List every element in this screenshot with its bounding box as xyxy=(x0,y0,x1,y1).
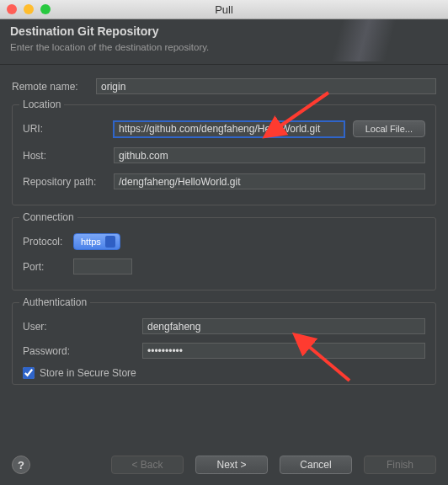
user-label: User: xyxy=(23,321,142,333)
store-row: Store in Secure Store xyxy=(23,367,425,379)
repopath-label: Repository path: xyxy=(23,176,114,188)
user-row: User: xyxy=(23,318,425,334)
remote-name-label: Remote name: xyxy=(12,81,96,93)
uri-input[interactable] xyxy=(114,121,344,137)
page-title: Destination Git Repository xyxy=(10,24,438,38)
close-icon[interactable] xyxy=(7,4,17,14)
protocol-label: Protocol: xyxy=(23,236,73,248)
chevron-updown-icon: ▴▾ xyxy=(107,238,114,245)
location-legend: Location xyxy=(19,99,64,110)
cancel-button[interactable]: Cancel xyxy=(280,456,352,474)
window-title: Pull xyxy=(0,3,448,16)
store-label: Store in Secure Store xyxy=(40,367,136,379)
wizard-button-bar: ? < Back Next > Cancel Finish xyxy=(0,445,448,485)
next-button[interactable]: Next > xyxy=(195,456,268,474)
remote-name-row: Remote name: xyxy=(12,78,436,94)
connection-legend: Connection xyxy=(19,211,77,223)
maximize-icon[interactable] xyxy=(40,4,51,14)
protocol-select[interactable]: https xyxy=(73,233,120,250)
auth-group: Authentication User: Password: Store in … xyxy=(12,302,436,385)
repopath-input[interactable] xyxy=(114,173,425,189)
help-icon[interactable]: ? xyxy=(12,456,30,474)
connection-group: Connection Protocol: https ▴▾ Port: xyxy=(12,217,436,290)
remote-name-input[interactable] xyxy=(96,78,436,94)
store-checkbox[interactable] xyxy=(23,367,35,379)
password-row: Password: xyxy=(23,343,425,359)
user-input[interactable] xyxy=(142,318,425,334)
password-label: Password: xyxy=(23,345,142,357)
page-subtitle: Enter the location of the destination re… xyxy=(10,42,438,52)
port-input[interactable] xyxy=(73,258,132,274)
window-controls xyxy=(7,4,51,14)
uri-row: URI: Local File... xyxy=(23,120,425,137)
host-input[interactable] xyxy=(114,147,425,163)
local-file-button[interactable]: Local File... xyxy=(353,120,425,137)
wizard-header: Destination Git Repository Enter the loc… xyxy=(0,19,448,65)
host-row: Host: xyxy=(23,147,425,163)
password-input[interactable] xyxy=(142,343,425,359)
titlebar: Pull xyxy=(0,0,448,19)
location-group: Location URI: Local File... Host: Reposi… xyxy=(12,104,436,205)
uri-label: URI: xyxy=(23,123,114,135)
back-button: < Back xyxy=(111,456,184,474)
port-row: Port: xyxy=(23,258,425,274)
auth-legend: Authentication xyxy=(19,296,90,308)
protocol-select-wrap: https ▴▾ xyxy=(73,233,120,250)
repopath-row: Repository path: xyxy=(23,173,425,189)
host-label: Host: xyxy=(23,150,114,162)
minimize-icon[interactable] xyxy=(24,4,34,14)
wizard-content: Remote name: Location URI: Local File...… xyxy=(0,65,448,385)
protocol-row: Protocol: https ▴▾ xyxy=(23,233,425,250)
port-label: Port: xyxy=(23,261,73,273)
finish-button: Finish xyxy=(364,456,436,474)
